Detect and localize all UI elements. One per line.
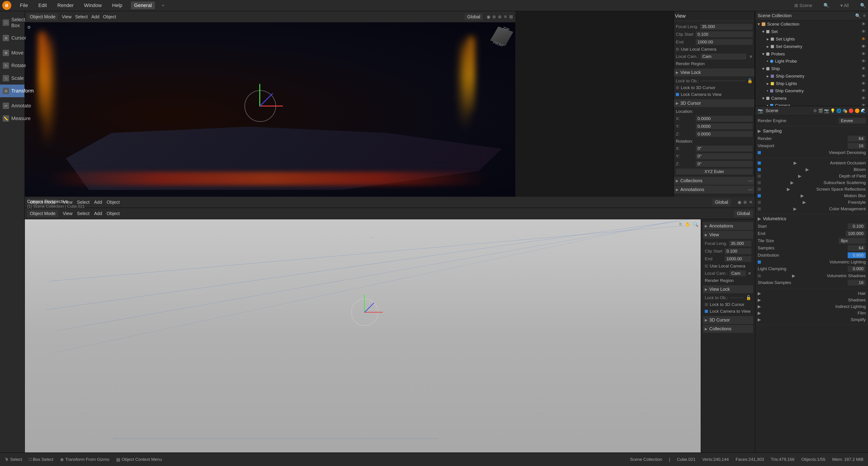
menu-render[interactable]: Render bbox=[55, 2, 75, 9]
outliner-filter-icon[interactable]: ≡ bbox=[863, 13, 866, 18]
viewport-bottom-global2[interactable]: Global bbox=[734, 210, 753, 217]
bottom-clip-start-value[interactable]: 0.100 bbox=[725, 248, 751, 254]
menu-help[interactable]: Help bbox=[110, 2, 124, 9]
menu-edit[interactable]: Edit bbox=[36, 2, 49, 9]
viewport-select-menu[interactable]: Select bbox=[75, 14, 88, 20]
camera-visibility[interactable]: 👁 bbox=[862, 103, 866, 106]
dof-toggle[interactable] bbox=[758, 175, 761, 178]
collections-section[interactable]: ▶ Collections — bbox=[674, 177, 754, 185]
viewport-object-menu[interactable]: Object bbox=[103, 14, 116, 20]
bottom-lock-cursor-toggle[interactable] bbox=[705, 303, 708, 306]
tool-move[interactable]: ✥ Move bbox=[0, 46, 24, 59]
bottom-collections-section[interactable]: ▶ Collections bbox=[703, 325, 753, 333]
local-cam-value[interactable]: Cam bbox=[701, 54, 746, 59]
render-engine-dropdown[interactable]: Eevee bbox=[839, 118, 866, 124]
probes-visibility[interactable]: 👁 bbox=[862, 52, 866, 57]
nav-cube[interactable]: TOP FRONT bbox=[490, 25, 513, 48]
viewport-bottom-add2[interactable]: Add bbox=[94, 211, 102, 216]
annotations-close-icon[interactable]: — bbox=[748, 187, 753, 192]
light-probe-visibility[interactable]: 👁 bbox=[862, 59, 866, 64]
vol-shadows-toggle[interactable] bbox=[758, 274, 761, 277]
menu-file[interactable]: File bbox=[18, 2, 30, 9]
outliner-item-set-lights[interactable]: ▸ Set Lights 👁 bbox=[755, 35, 868, 43]
outliner-item-ship-geometry[interactable]: ▸ Ship Geometry 👁 bbox=[755, 72, 868, 80]
cursor-x-value[interactable]: 0.0000 bbox=[696, 116, 753, 122]
bottom-clip-end-value[interactable]: 1000.00 bbox=[725, 256, 751, 262]
outliner-search-icon[interactable]: 🔍 bbox=[855, 13, 861, 19]
bottom-lock-obj-value[interactable] bbox=[730, 297, 744, 298]
clip-end-value[interactable]: 1000.00 bbox=[696, 39, 753, 45]
focal-length-value[interactable]: 35.000 bbox=[700, 24, 753, 30]
bottom-annotations-section[interactable]: ▶ Annotations bbox=[703, 222, 753, 230]
viewport-bottom-object2[interactable]: Object bbox=[107, 211, 120, 216]
shadow-samples-value[interactable]: 16 bbox=[848, 280, 866, 286]
clip-start-value[interactable]: 0.100 bbox=[696, 31, 753, 37]
ao-toggle[interactable] bbox=[758, 161, 761, 165]
viewport-samples-value[interactable]: 16 bbox=[848, 143, 866, 149]
bottom-cursor-section[interactable]: ▶ 3D Cursor bbox=[703, 316, 753, 324]
outliner-item-set-geometry[interactable]: ▸ Set Geometry 👁 bbox=[755, 43, 868, 50]
collections-close-icon[interactable]: — bbox=[748, 178, 753, 183]
motion-blur-toggle[interactable] bbox=[758, 194, 761, 197]
outliner-item-ship[interactable]: ▾ Ship 👁 bbox=[755, 65, 868, 72]
viewport-bottom-object[interactable]: Object bbox=[107, 200, 120, 205]
outliner-item-ship-geometry2[interactable]: • Ship Geometry 👁 bbox=[755, 87, 868, 94]
bottom-local-cam-toggle[interactable] bbox=[705, 265, 708, 268]
cursor-y-value[interactable]: 0.0000 bbox=[696, 123, 753, 129]
lock-to-obj-value[interactable] bbox=[701, 81, 745, 82]
menu-window[interactable]: Window bbox=[82, 2, 103, 9]
set-lights-visibility[interactable]: 👁 bbox=[862, 37, 866, 41]
view-lock-section[interactable]: ▶ View Lock bbox=[674, 68, 754, 76]
visibility-icon[interactable]: 👁 bbox=[862, 22, 866, 27]
viewport-bottom-global[interactable]: Global bbox=[712, 199, 731, 206]
camera-coll-visibility[interactable]: 👁 bbox=[862, 96, 866, 101]
lock-to-cursor-toggle[interactable] bbox=[676, 86, 679, 89]
bottom-viewport-nav[interactable]: 🖱 ✋ 🔍 bbox=[678, 222, 699, 227]
bloom-toggle[interactable] bbox=[758, 168, 761, 171]
viewport-add-menu[interactable]: Add bbox=[91, 14, 99, 20]
cursor-3d-section[interactable]: ▶ 3D Cursor bbox=[674, 99, 754, 107]
tool-measure[interactable]: 📏 Measure bbox=[0, 112, 24, 125]
vol-lighting-toggle[interactable] bbox=[758, 260, 761, 263]
bottom-focal-value[interactable]: 35.000 bbox=[729, 241, 751, 246]
viewport-top[interactable]: Object Mode View Select Add Object Globa… bbox=[25, 11, 515, 197]
local-cam-close-icon[interactable]: ✕ bbox=[749, 54, 753, 59]
xyz-euler-value[interactable]: XYZ Euler bbox=[676, 169, 753, 175]
box-select-status[interactable]: □ Box Select bbox=[29, 457, 53, 462]
bottom-local-cam-close[interactable]: ✕ bbox=[748, 271, 751, 276]
lock-obj-icon[interactable]: 🔓 bbox=[747, 78, 753, 84]
light-clamping-value[interactable]: 0.000 bbox=[848, 266, 866, 272]
context-menu-status[interactable]: ▤ Object Context Menu bbox=[116, 457, 162, 462]
tile-size-value[interactable]: 8px bbox=[839, 238, 866, 244]
select-status[interactable]: 🖱 Select bbox=[4, 457, 22, 462]
outliner-item-camera-collection[interactable]: ▾ Camera 👁 bbox=[755, 94, 868, 102]
rotation-y-value[interactable]: 0° bbox=[696, 153, 753, 159]
outliner-item-light-probe[interactable]: • Light Probe 👁 bbox=[755, 58, 868, 65]
tool-annotate[interactable]: ✏ Annotate bbox=[0, 99, 24, 112]
distribution-value[interactable]: 0.800 bbox=[848, 252, 866, 258]
viewport-denoising-toggle[interactable] bbox=[758, 151, 761, 154]
freestyle-toggle[interactable] bbox=[758, 201, 761, 204]
viewport-global[interactable]: Global bbox=[464, 13, 483, 20]
bottom-lock-camera-toggle[interactable] bbox=[705, 310, 708, 313]
outliner-item-set[interactable]: ▾ Set 👁 bbox=[755, 28, 868, 35]
color-mgmt-toggle[interactable] bbox=[758, 207, 761, 211]
outliner-item-camera[interactable]: • Camera 👁 bbox=[755, 102, 868, 106]
outliner-item-probes[interactable]: ▾ Probes 👁 bbox=[755, 50, 868, 58]
render-samples-value[interactable]: 64 bbox=[848, 136, 866, 142]
ship-geom-visibility[interactable]: 👁 bbox=[862, 74, 866, 79]
set-visibility[interactable]: 👁 bbox=[862, 29, 866, 34]
sss-toggle[interactable] bbox=[758, 181, 761, 184]
tool-rotate[interactable]: ↻ Rotate bbox=[0, 59, 24, 72]
rotation-z-value[interactable]: 0° bbox=[696, 161, 753, 167]
vol-end-value[interactable]: 100.000 bbox=[846, 230, 866, 237]
bottom-lock-icon[interactable]: 🔓 bbox=[746, 295, 751, 300]
outliner-item-ship-lights[interactable]: ▸ Ship Lights 👁 bbox=[755, 80, 868, 87]
ship-lights-visibility[interactable]: 👁 bbox=[862, 81, 866, 86]
tool-transform[interactable]: ⊞ Transform bbox=[0, 85, 24, 97]
tool-scale[interactable]: ⤡ Scale bbox=[0, 72, 24, 85]
bottom-local-cam-value[interactable]: Cam bbox=[730, 271, 746, 276]
viewport-mode-select[interactable]: Object Mode bbox=[27, 13, 58, 20]
use-local-camera-toggle[interactable] bbox=[676, 48, 679, 51]
viewport-view-menu[interactable]: View bbox=[62, 14, 71, 20]
